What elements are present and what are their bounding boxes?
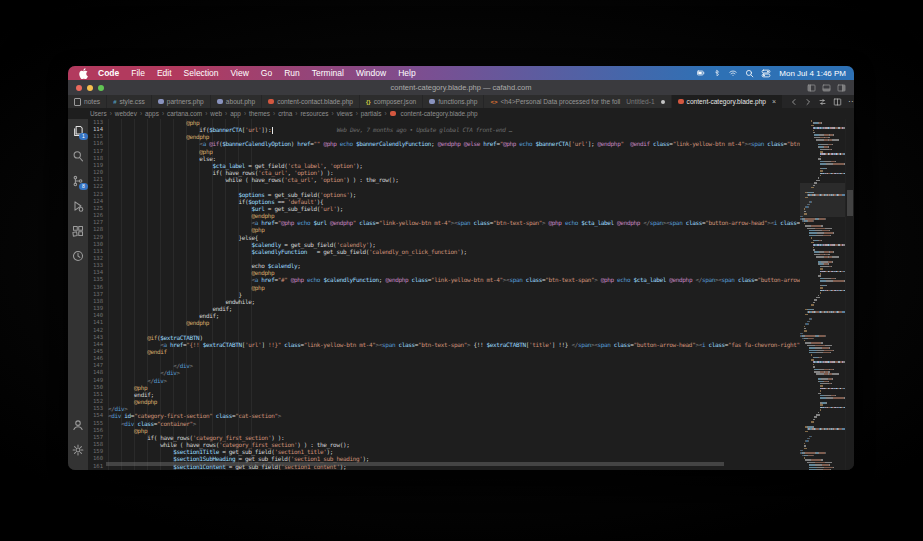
menu-item-view[interactable]: View (225, 68, 255, 78)
line-number[interactable]: 157 (88, 434, 108, 441)
vertical-scrollbar[interactable] (847, 190, 853, 216)
line-number[interactable]: 126 (88, 212, 108, 219)
line-number[interactable]: 138 (88, 298, 108, 305)
line-number[interactable]: 113 (88, 119, 108, 126)
line-number[interactable]: 114 (88, 126, 108, 133)
breadcrumb-item-app[interactable]: app (230, 110, 241, 117)
code-text[interactable]: endwhile; (108, 298, 255, 305)
breadcrumb-item-themes[interactable]: themes (249, 110, 270, 117)
code-text[interactable]: else: (108, 155, 216, 162)
line-number[interactable]: 148 (88, 369, 108, 376)
minimap[interactable] (800, 119, 845, 470)
code-text[interactable]: $calendlyFunction = get_sub_field('calen… (108, 248, 467, 255)
code-text[interactable]: </div> (108, 377, 167, 384)
line-number[interactable]: 120 (88, 169, 108, 176)
clock-extension-icon[interactable] (70, 248, 86, 264)
line-number[interactable]: 155 (88, 420, 108, 427)
tab--h4-personal-data-processed-for-the-foll[interactable]: <><h4>Personal Data processed for the fo… (484, 95, 671, 108)
code-text[interactable]: @endphp (108, 269, 274, 276)
line-number[interactable]: 125 (88, 205, 108, 212)
menu-item-selection[interactable]: Selection (178, 68, 225, 78)
code-text[interactable]: <a href="#" @php echo $calendlyFunction;… (108, 276, 800, 283)
apple-menu-icon[interactable] (76, 68, 90, 79)
breadcrumb-item-resources[interactable]: resources (300, 110, 328, 117)
tab-partners.php[interactable]: partners.php (152, 95, 211, 108)
code-text[interactable]: endif; (108, 305, 232, 312)
code-editor[interactable]: 113 @php114 if($bannerCTA['url']):Web De… (88, 119, 800, 470)
battery-icon[interactable] (695, 69, 707, 77)
code-text[interactable]: <div class="container"> (108, 420, 196, 427)
code-text[interactable]: $options = get_sub_field('options'); (108, 191, 356, 198)
menu-bar-clock[interactable]: Mon Jul 4 1:46 PM (779, 69, 846, 78)
wifi-icon[interactable] (728, 69, 738, 77)
menu-item-go[interactable]: Go (255, 68, 278, 78)
code-text[interactable]: $cta_label = get_field('cta_label', 'opt… (108, 162, 363, 169)
line-number[interactable]: 145 (88, 348, 108, 355)
line-number[interactable]: 151 (88, 391, 108, 398)
line-number[interactable]: 150 (88, 384, 108, 391)
menu-item-terminal[interactable]: Terminal (306, 68, 350, 78)
line-number[interactable]: 147 (88, 362, 108, 369)
search-icon[interactable] (70, 148, 86, 164)
line-number[interactable]: 116 (88, 140, 108, 147)
code-text[interactable]: while ( have_rows('category_first_sectio… (108, 441, 349, 448)
tab-notes[interactable]: notes (68, 95, 107, 108)
code-text[interactable]: @php (108, 148, 212, 155)
code-text[interactable]: if( have_rows('cta_url', 'option') ): (108, 169, 333, 176)
line-number[interactable]: 146 (88, 355, 108, 362)
tab-about.php[interactable]: about.php (211, 95, 262, 108)
go-back-icon[interactable] (790, 98, 798, 106)
line-number[interactable]: 117 (88, 148, 108, 155)
menu-item-code[interactable]: Code (92, 68, 125, 78)
tab-content-category.blade.php[interactable]: content-category.blade.php× (672, 95, 784, 108)
line-number[interactable]: 129 (88, 234, 108, 241)
breadcrumb-item-users[interactable]: Users (90, 110, 107, 117)
code-text[interactable]: <a @if($bannerCalendlyOption) href="" @p… (108, 140, 800, 147)
line-number[interactable]: 133 (88, 262, 108, 269)
breadcrumb-item-crtna[interactable]: crtna (278, 110, 292, 117)
line-number[interactable]: 123 (88, 191, 108, 198)
files-icon[interactable]: 1 (70, 123, 86, 139)
code-text[interactable]: @php (108, 384, 147, 391)
code-text[interactable]: @if($extraCTABTN) (108, 334, 203, 341)
line-number[interactable]: 124 (88, 198, 108, 205)
split-editor-icon[interactable] (833, 98, 842, 106)
line-number[interactable]: 132 (88, 255, 108, 262)
close-window-button[interactable] (76, 85, 82, 91)
code-text[interactable]: echo $calendly; (108, 262, 301, 269)
menu-item-file[interactable]: File (125, 68, 151, 78)
code-text[interactable]: <div id="category-first-section" class="… (108, 412, 281, 419)
layout-sidebar-left-icon[interactable] (807, 84, 816, 92)
code-text[interactable]: while ( have_rows('cta_url', 'option') )… (108, 176, 398, 183)
line-number[interactable]: 161 (88, 463, 108, 470)
line-number[interactable]: 160 (88, 455, 108, 462)
code-text[interactable]: $url = get_sub_field('url'); (108, 205, 343, 212)
line-number[interactable]: 154 (88, 412, 108, 419)
code-text[interactable]: @php (108, 427, 147, 434)
tab-style.css[interactable]: #style.css (107, 95, 152, 108)
control-center-icon[interactable] (761, 69, 771, 78)
extensions-icon[interactable] (70, 223, 86, 239)
line-number[interactable]: 141 (88, 319, 108, 326)
close-tab-icon[interactable]: × (772, 98, 776, 105)
spotlight-icon[interactable] (745, 69, 754, 78)
line-number[interactable]: 140 (88, 312, 108, 319)
tab-content-contact.blade.php[interactable]: content-contact.blade.php (262, 95, 360, 108)
breadcrumb-item-views[interactable]: views (337, 110, 353, 117)
menu-item-window[interactable]: Window (350, 68, 392, 78)
code-text[interactable]: $calendly = get_sub_field('calendly'); (108, 241, 376, 248)
bluetooth-icon[interactable] (714, 69, 721, 78)
line-number[interactable]: 152 (88, 398, 108, 405)
code-text[interactable]: @endphp (108, 212, 274, 219)
code-text[interactable]: } (108, 291, 242, 298)
layout-sidebar-right-icon[interactable] (837, 84, 846, 92)
open-changes-icon[interactable] (818, 98, 827, 106)
account-icon[interactable] (70, 417, 86, 433)
line-number[interactable]: 142 (88, 327, 108, 334)
code-text[interactable]: if( have_rows('category_first_section') … (108, 434, 284, 441)
breadcrumb-file[interactable]: content-category.blade.php (401, 110, 478, 117)
line-number[interactable]: 118 (88, 155, 108, 162)
horizontal-scrollbar[interactable] (106, 462, 724, 466)
line-number[interactable]: 137 (88, 291, 108, 298)
zoom-window-button[interactable] (98, 85, 104, 91)
